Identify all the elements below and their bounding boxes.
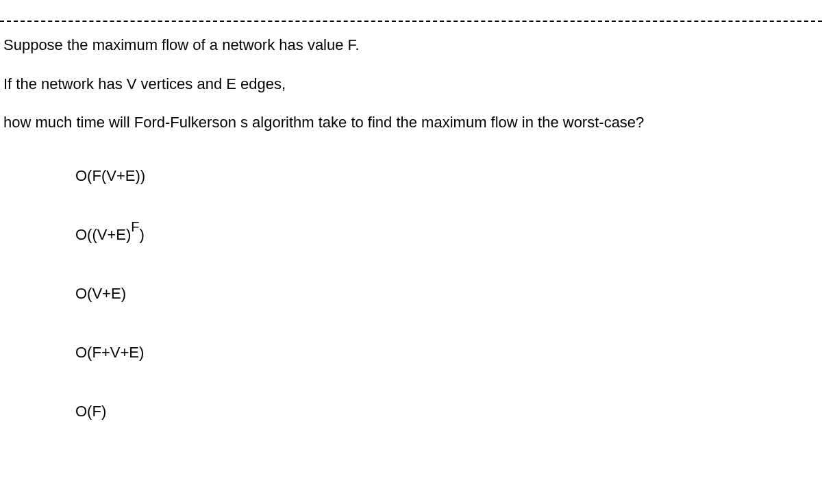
option-e-text: O(F) (75, 403, 106, 420)
option-a-text: O(F(V+E)) (75, 167, 145, 184)
answer-options: O(F(V+E)) O((V+E)F) O(V+E) O(F+V+E) O(F) (0, 167, 822, 420)
option-e[interactable]: O(F) (75, 403, 822, 420)
option-d[interactable]: O(F+V+E) (75, 344, 822, 362)
option-b[interactable]: O((V+E)F) (75, 226, 822, 244)
question-line-3: how much time will Ford-Fulkerson s algo… (3, 113, 822, 133)
option-b-prefix: O((V+E) (75, 226, 131, 243)
section-divider (0, 21, 822, 22)
option-c-text: O(V+E) (75, 285, 126, 302)
question-line-1: Suppose the maximum flow of a network ha… (3, 36, 822, 55)
option-b-suffix: ) (140, 226, 145, 243)
question-line-2: If the network has V vertices and E edge… (3, 75, 822, 94)
question-block: Suppose the maximum flow of a network ha… (0, 36, 822, 133)
option-a[interactable]: O(F(V+E)) (75, 167, 822, 185)
option-d-text: O(F+V+E) (75, 344, 144, 361)
option-b-superscript: F (131, 219, 139, 234)
option-c[interactable]: O(V+E) (75, 285, 822, 303)
